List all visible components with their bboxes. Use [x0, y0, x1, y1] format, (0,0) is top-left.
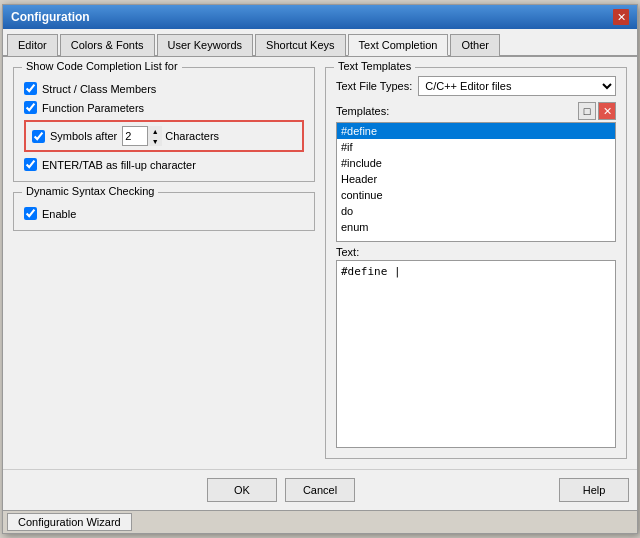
symbols-after-row: Symbols after ▲ ▼ Characters	[24, 120, 304, 152]
text-area[interactable]: #define |	[336, 260, 616, 448]
enter-tab-checkbox[interactable]	[24, 158, 37, 171]
template-item-define[interactable]: #define	[337, 123, 615, 139]
file-types-row: Text File Types: C/C++ Editor files	[336, 76, 616, 96]
enable-label: Enable	[42, 208, 76, 220]
window-title: Configuration	[11, 10, 90, 24]
template-item-do[interactable]: do	[337, 203, 615, 219]
template-item-continue[interactable]: continue	[337, 187, 615, 203]
function-params-label: Function Parameters	[42, 102, 144, 114]
templates-icons: □ ✕	[578, 102, 616, 120]
template-item-enum[interactable]: enum	[337, 219, 615, 235]
spinbox-down-button[interactable]: ▼	[148, 136, 162, 146]
enable-checkbox[interactable]	[24, 207, 37, 220]
delete-template-button[interactable]: ✕	[598, 102, 616, 120]
code-completion-title: Show Code Completion List for	[22, 60, 182, 72]
templates-header: Templates: □ ✕	[336, 102, 616, 120]
footer: OK Cancel Help	[3, 469, 637, 510]
template-item-include[interactable]: #include	[337, 155, 615, 171]
struct-members-row: Struct / Class Members	[24, 82, 304, 95]
tab-bar: Editor Colors & Fonts User Keywords Shor…	[3, 29, 637, 57]
characters-label: Characters	[165, 130, 219, 142]
close-button[interactable]: ✕	[613, 9, 629, 25]
tab-editor[interactable]: Editor	[7, 34, 58, 56]
dynamic-syntax-group: Dynamic Syntax Checking Enable	[13, 192, 315, 231]
function-params-checkbox[interactable]	[24, 101, 37, 114]
tab-shortcut-keys[interactable]: Shortcut Keys	[255, 34, 345, 56]
symbols-value-input[interactable]	[123, 130, 147, 142]
tab-colors-fonts[interactable]: Colors & Fonts	[60, 34, 155, 56]
tab-user-keywords[interactable]: User Keywords	[157, 34, 254, 56]
file-types-select[interactable]: C/C++ Editor files	[418, 76, 616, 96]
text-templates-group: Text Templates Text File Types: C/C++ Ed…	[325, 67, 627, 459]
title-bar: Configuration ✕	[3, 5, 637, 29]
file-types-label: Text File Types:	[336, 80, 412, 92]
configuration-window: Configuration ✕ Editor Colors & Fonts Us…	[2, 4, 638, 534]
function-params-row: Function Parameters	[24, 101, 304, 114]
main-content: Show Code Completion List for Struct / C…	[3, 57, 637, 469]
struct-members-label: Struct / Class Members	[42, 83, 156, 95]
bottom-tab-wizard[interactable]: Configuration Wizard	[7, 513, 132, 531]
symbols-after-checkbox[interactable]	[32, 130, 45, 143]
code-completion-group: Show Code Completion List for Struct / C…	[13, 67, 315, 182]
help-button[interactable]: Help	[559, 478, 629, 502]
add-template-button[interactable]: □	[578, 102, 596, 120]
template-item-if[interactable]: #if	[337, 139, 615, 155]
spinbox-buttons: ▲ ▼	[147, 126, 162, 146]
enter-tab-label: ENTER/TAB as fill-up character	[42, 159, 196, 171]
enable-row: Enable	[24, 207, 304, 220]
tab-other[interactable]: Other	[450, 34, 500, 56]
struct-members-checkbox[interactable]	[24, 82, 37, 95]
right-panel: Text Templates Text File Types: C/C++ Ed…	[325, 67, 627, 459]
tab-text-completion[interactable]: Text Completion	[348, 34, 449, 56]
symbols-spinbox[interactable]: ▲ ▼	[122, 126, 160, 146]
cancel-button[interactable]: Cancel	[285, 478, 355, 502]
symbols-after-label: Symbols after	[50, 130, 117, 142]
templates-list[interactable]: #define #if #include Header continue do …	[336, 122, 616, 242]
text-label: Text:	[336, 246, 616, 258]
left-panel: Show Code Completion List for Struct / C…	[13, 67, 315, 459]
enter-tab-row: ENTER/TAB as fill-up character	[24, 158, 304, 171]
templates-label: Templates:	[336, 105, 389, 117]
spinbox-up-button[interactable]: ▲	[148, 126, 162, 136]
text-templates-title: Text Templates	[334, 60, 415, 72]
template-item-header[interactable]: Header	[337, 171, 615, 187]
dynamic-syntax-title: Dynamic Syntax Checking	[22, 185, 158, 197]
ok-button[interactable]: OK	[207, 478, 277, 502]
bottom-tabs: Configuration Wizard	[3, 510, 637, 533]
